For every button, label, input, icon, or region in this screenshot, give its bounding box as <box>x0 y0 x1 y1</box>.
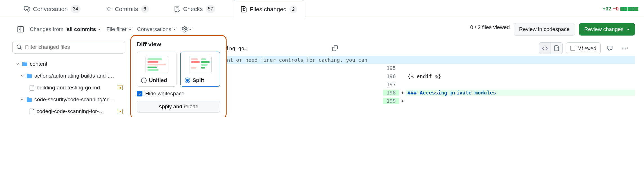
diffstat-blocks <box>620 7 638 11</box>
files-viewed-progress <box>470 32 510 34</box>
display-mode-group <box>539 42 563 54</box>
tree-file[interactable]: codeql-code-scanning-for-… <box>12 105 125 117</box>
copy-icon <box>332 45 338 51</box>
checks-count: 57 <box>206 5 216 13</box>
viewed-checkbox[interactable]: Viewed <box>566 42 601 54</box>
comment-icon <box>607 45 613 51</box>
tab-files-changed[interactable]: Files changed 2 <box>234 0 304 18</box>
radio-checked-icon <box>185 78 190 83</box>
diff-settings-button[interactable] <box>182 26 192 32</box>
deletions-count: −0 <box>613 6 619 12</box>
review-in-codespace-button[interactable]: Review in codespace <box>514 23 575 36</box>
caret-down-icon <box>173 29 176 30</box>
search-icon <box>16 44 22 50</box>
tree-folder[interactable]: code-security/code-scanning/cr… <box>12 94 125 105</box>
diff-view-split-option[interactable]: Split <box>180 52 220 87</box>
file-icon <box>29 109 34 114</box>
caret-down-icon <box>627 29 630 30</box>
code-content: {% endif %} <box>406 73 635 79</box>
line-number: 196 <box>383 73 399 79</box>
tab-commits-label: Commits <box>115 6 138 12</box>
sidebar-collapse-icon <box>17 26 24 32</box>
tab-files-label: Files changed <box>250 6 287 13</box>
display-source-button[interactable] <box>539 42 551 54</box>
copy-path-button[interactable] <box>329 42 341 54</box>
conversation-count: 34 <box>71 5 80 13</box>
comment-discussion-icon <box>24 6 30 12</box>
display-rendered-button[interactable] <box>551 42 563 54</box>
folder-icon <box>26 73 32 78</box>
tab-commits[interactable]: Commits 6 <box>99 0 156 18</box>
line-number: 195 <box>383 65 399 71</box>
code-content: ### Accessing private modules <box>406 90 635 96</box>
radio-icon <box>141 78 147 83</box>
file-tree: content actions/automating-builds-and-t…… <box>12 58 125 117</box>
diffstat: +32 −0 <box>603 6 644 12</box>
tab-conversation[interactable]: Conversation 34 <box>17 0 88 18</box>
diff-toolbar: Changes from all commits File filter Con… <box>0 18 644 41</box>
tab-checks-label: Checks <box>183 6 203 12</box>
tab-conversation-label: Conversation <box>33 6 68 12</box>
split-preview-icon <box>189 56 212 73</box>
kebab-icon <box>622 45 628 51</box>
caret-down-icon <box>189 29 192 30</box>
diff-settings-popover: Diff view Unified <box>130 35 227 117</box>
pr-tab-nav: Conversation 34 Commits 6 Checks 57 File… <box>0 0 644 18</box>
tree-file[interactable]: building-and-testing-go.md <box>12 82 125 94</box>
unified-preview-icon <box>146 56 168 73</box>
caret-down-icon <box>129 29 131 30</box>
sidebar-toggle-button[interactable] <box>17 26 24 33</box>
tab-checks[interactable]: Checks 57 <box>167 0 223 18</box>
folder-icon <box>26 97 32 102</box>
chevron-down-icon <box>16 62 20 66</box>
chevron-down-icon <box>20 74 24 78</box>
chevron-down-icon <box>20 98 24 102</box>
checkbox-checked-icon <box>137 91 142 96</box>
filter-files-input[interactable] <box>12 41 125 54</box>
conversations-dropdown[interactable]: Conversations <box>137 26 176 32</box>
popover-title: Diff view <box>137 41 220 48</box>
line-number: 198 <box>383 90 399 96</box>
hide-whitespace-checkbox[interactable]: Hide whitespace <box>137 91 220 97</box>
file-diff-icon <box>241 6 247 12</box>
files-viewed-label: 0 / 2 files viewed <box>470 24 510 30</box>
checkbox-icon <box>570 46 575 51</box>
git-commit-icon <box>106 6 112 12</box>
gear-icon <box>182 26 188 32</box>
tree-folder[interactable]: actions/automating-builds-and-t… <box>12 70 125 82</box>
main-content: content actions/automating-builds-and-t…… <box>0 41 644 117</box>
kebab-menu-button[interactable] <box>619 42 631 54</box>
modified-icon <box>118 109 123 114</box>
modified-icon <box>118 85 123 90</box>
files-count: 2 <box>289 5 297 13</box>
file-filter-dropdown[interactable]: File filter <box>106 26 131 32</box>
code-icon <box>542 45 548 51</box>
checklist-icon <box>174 6 180 12</box>
file-icon <box>29 85 34 91</box>
caret-down-icon <box>98 29 101 30</box>
file-tree-sidebar: content actions/automating-builds-and-t…… <box>12 41 125 117</box>
additions-count: +32 <box>603 6 611 12</box>
file-icon <box>554 45 559 51</box>
changes-from-dropdown[interactable]: Changes from all commits <box>30 26 101 32</box>
line-number: 199 <box>383 98 399 104</box>
apply-and-reload-button[interactable]: Apply and reload <box>137 101 220 113</box>
review-changes-button[interactable]: Review changes <box>579 23 635 36</box>
diff-view-unified-option[interactable]: Unified <box>137 52 176 87</box>
tree-folder-root[interactable]: content <box>12 58 125 70</box>
commits-count: 6 <box>141 5 149 13</box>
line-number: 197 <box>383 82 399 87</box>
folder-icon <box>22 61 28 67</box>
comment-button[interactable] <box>604 42 616 54</box>
